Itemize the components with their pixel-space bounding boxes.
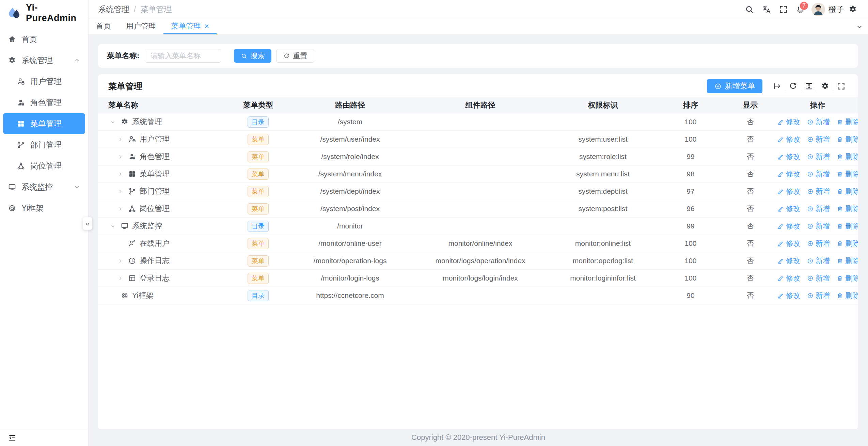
tabs-dropdown-button[interactable] <box>851 19 868 34</box>
edit-link[interactable]: 修改 <box>777 134 800 144</box>
column-settings-button[interactable] <box>817 79 833 93</box>
permission-cell: system:role:list <box>548 153 658 161</box>
delete-link[interactable]: 删除 <box>837 134 858 144</box>
pencil-icon <box>777 119 784 125</box>
sidebar-item-monitor[interactable]: 系统监控 <box>3 176 85 197</box>
edit-link[interactable]: 修改 <box>777 187 800 196</box>
edit-link[interactable]: 修改 <box>777 221 800 231</box>
column-header: 组件路径 <box>413 100 548 110</box>
edit-link[interactable]: 修改 <box>777 256 800 266</box>
add-link[interactable]: 新增 <box>807 239 830 248</box>
add-link[interactable]: 新增 <box>807 169 830 179</box>
sidebar-item-user[interactable]: 用户管理 <box>3 71 85 92</box>
edit-link[interactable]: 修改 <box>777 152 800 161</box>
delete-link[interactable]: 删除 <box>837 256 858 266</box>
sidebar-item-yi[interactable]: Yi框架 <box>3 197 85 219</box>
actions-cell: 修改新增删除 <box>777 239 858 248</box>
delete-link[interactable]: 删除 <box>837 239 858 248</box>
app-logo[interactable]: Yi-PureAdmin <box>0 0 88 26</box>
add-link[interactable]: 新增 <box>807 187 830 196</box>
add-link[interactable]: 新增 <box>807 291 830 300</box>
sidebar-item-post[interactable]: 岗位管理 <box>3 155 85 176</box>
permission-cell: monitor:logininfor:list <box>548 274 658 282</box>
delete-link[interactable]: 删除 <box>837 152 858 161</box>
table-fullscreen-button[interactable] <box>833 79 849 93</box>
trash-icon <box>837 119 843 125</box>
delete-link[interactable]: 删除 <box>837 221 858 231</box>
topbar: 系统管理 / 菜单管理 7 橙子 <box>89 0 868 19</box>
component-path-cell: monitor/online/index <box>413 239 548 248</box>
pluscircle-icon <box>807 188 814 195</box>
reset-button[interactable]: 重置 <box>276 49 314 63</box>
sidebar-item-menu[interactable]: 菜单管理 <box>3 113 85 134</box>
delete-link[interactable]: 删除 <box>837 204 858 213</box>
edit-link[interactable]: 修改 <box>777 273 800 283</box>
menu-name-input[interactable] <box>145 49 221 63</box>
visible-cell: 否 <box>723 169 777 179</box>
sidebar-item-role[interactable]: 角色管理 <box>3 92 85 113</box>
settings-gear-button[interactable] <box>844 0 861 19</box>
caret-right-icon[interactable] <box>116 275 125 281</box>
breadcrumb-parent[interactable]: 系统管理 <box>98 4 129 15</box>
sidebar-item-dept[interactable]: 部门管理 <box>3 134 85 155</box>
caret-right-icon[interactable] <box>116 189 125 194</box>
delete-link[interactable]: 删除 <box>837 117 858 127</box>
edit-link[interactable]: 修改 <box>777 169 800 179</box>
add-link[interactable]: 新增 <box>807 117 830 127</box>
add-link[interactable]: 新增 <box>807 273 830 283</box>
tab-close-icon[interactable]: × <box>204 22 209 30</box>
search-button[interactable]: 搜索 <box>234 49 271 63</box>
add-link[interactable]: 新增 <box>807 152 830 161</box>
delete-link[interactable]: 删除 <box>837 273 858 283</box>
edit-link[interactable]: 修改 <box>777 291 800 300</box>
translate-button[interactable] <box>758 0 775 19</box>
menu-name: 菜单管理 <box>140 169 170 179</box>
search-panel: 菜单名称: 搜索 重置 <box>98 44 858 68</box>
menu-type-cell: 目录 <box>229 116 287 128</box>
menu-fold-icon[interactable] <box>8 434 16 442</box>
post-icon <box>128 205 136 213</box>
add-link[interactable]: 新增 <box>807 134 830 144</box>
delete-link[interactable]: 删除 <box>837 187 858 196</box>
sidebar-item-label: 系统管理 <box>21 55 53 66</box>
bell-button[interactable]: 7 <box>792 0 809 19</box>
edit-link[interactable]: 修改 <box>777 239 800 248</box>
add-menu-button[interactable]: 新增菜单 <box>707 79 762 93</box>
edit-link[interactable]: 修改 <box>777 204 800 213</box>
sidebar-collapse-handle[interactable]: « <box>83 217 92 230</box>
sidebar-item-home[interactable]: 首页 <box>3 29 85 50</box>
sidebar-item-system[interactable]: 系统管理 <box>3 50 85 71</box>
add-link[interactable]: 新增 <box>807 204 830 213</box>
edit-link[interactable]: 修改 <box>777 117 800 127</box>
caret-down-icon[interactable] <box>108 223 117 229</box>
delete-link[interactable]: 删除 <box>837 291 858 300</box>
delete-link[interactable]: 删除 <box>837 169 858 179</box>
avatar[interactable] <box>811 3 825 16</box>
caret-right-icon[interactable] <box>116 171 125 177</box>
density-button[interactable] <box>801 79 817 93</box>
menu-name-cell: 系统监控 <box>98 221 229 231</box>
screenfull-icon <box>837 82 846 91</box>
add-link[interactable]: 新增 <box>807 221 830 231</box>
refresh-button[interactable] <box>785 79 801 93</box>
action-label: 删除 <box>845 152 858 161</box>
caret-right-icon[interactable] <box>116 154 125 160</box>
trash-icon <box>837 258 843 264</box>
table-row: 岗位管理菜单/system/post/indexsystem:post:list… <box>98 200 858 218</box>
sidebar-item-label: 菜单管理 <box>30 118 62 129</box>
caret-down-icon[interactable] <box>108 119 117 125</box>
username[interactable]: 橙子 <box>828 4 844 15</box>
caret-right-icon[interactable] <box>116 258 125 264</box>
expand-all-button[interactable] <box>769 79 785 93</box>
tab-首页[interactable]: 首页 <box>89 19 119 34</box>
search-button[interactable] <box>741 0 758 19</box>
visible-cell: 否 <box>723 152 777 161</box>
caret-right-icon[interactable] <box>116 137 125 142</box>
caret-right-icon[interactable] <box>116 206 125 212</box>
pluscircle-icon <box>807 258 814 264</box>
add-link[interactable]: 新增 <box>807 256 830 266</box>
screenfull-button[interactable] <box>775 0 792 19</box>
tab-用户管理[interactable]: 用户管理 <box>119 19 163 34</box>
tab-菜单管理[interactable]: 菜单管理× <box>163 19 217 34</box>
gear-icon <box>821 82 830 91</box>
